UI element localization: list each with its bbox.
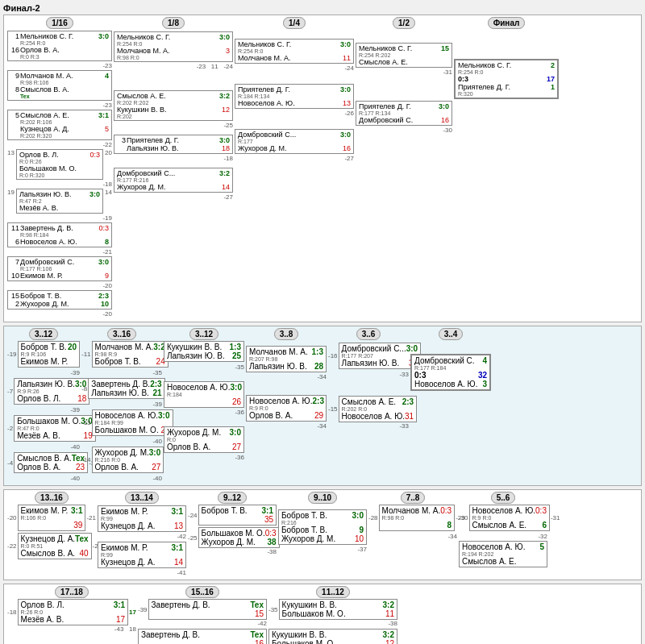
mid-col-3-12a: -19 Бобров Т. В.20 R:9 R:106 Екимов М. Р…	[7, 341, 80, 482]
rnd-3-4: 3..4	[439, 328, 464, 340]
round-1-4: 1/4	[283, 17, 306, 29]
mid-match-novos3: Новоселов А. Ю.2:3 R:9 R:0 Орлов В. А.29	[246, 395, 327, 422]
mid-match-kukushkin: Кукушкин В. В.1:3 Лапьязин Ю. В.25	[164, 341, 244, 362]
rnd-15-16: 15..16	[185, 586, 219, 598]
bot-bolsh2: Большаков М. О.0:3 Жухоров Д. М.38	[198, 527, 280, 548]
bot2-zaverten2: Завертень Д. В.Tex 15	[148, 599, 267, 620]
mid-match-smyslov2: Смыслов В. А.Tex Орлов В. А.23	[14, 452, 88, 473]
bot-molch3: Молчанов М. А.0:3 R:98 R:0 8	[379, 505, 456, 531]
rnd-3-12b: 3..12	[189, 328, 218, 340]
match-18-smyslov: Смыслов А. Е.3:2 R:202 R:202 Кукушкин В.…	[114, 90, 233, 121]
round-1-2: 1/2	[393, 17, 415, 29]
col-1-2: Мельников С. Г.15 R:254 R:202 Смыслов А.…	[356, 30, 452, 134]
mid-col-3-6: -16 Домбровский С...3:0 R:177 R:207 Лапь…	[328, 341, 409, 430]
match-14-mel-smy: Мельников С. Г.3:0 R:254 R:0 Молчанов М.…	[235, 39, 354, 64]
mid-col-3-12b: Кукушкин В. В.1:3 Лапьязин Ю. В.25 -35 Н…	[164, 341, 244, 461]
bot-novos4: Новоселов А. Ю.0:3 R:9 R:0 Смыслов А. Е.…	[469, 505, 550, 531]
col-1-16: 1Мельников С. Г.3:0 R:254 R:0 16Орлов В.…	[7, 30, 112, 318]
mid-match-zaverten: Завертень Д. В.2:3 Лапьязин Ю. В.21	[88, 378, 164, 399]
col-final: Мельников С. Г.2 R:254 R:0 0:317 Приятел…	[454, 30, 559, 100]
bot-bobrov3: Бобров Т. В.3:0 R:216 Бобров Т. В.9 Жухо…	[278, 509, 367, 545]
top-bracket: 1/16 1/8 1/4 1/2 Финал 1Мельников С. Г.3…	[3, 15, 642, 322]
match-9-8: 9Молчанов М. А.4 R:98 R:106 8Смыслов В. …	[7, 70, 112, 101]
main-container: Финал-2 1/16 1/8 1/4 1/2 Финал	[0, 0, 645, 644]
mid-col-3-4: Домбровский С.4 R:177 R:184 0:332 Новосе…	[410, 341, 491, 392]
bottom-bracket-1: 13..16 13..14 9..12 9..10 7..8 5..6 -20 …	[3, 489, 642, 580]
match-18-dombr: Домбровский С...3:2 R:177 R:216 Жухоров …	[114, 168, 233, 193]
rnd-13-16: 13..16	[35, 492, 69, 504]
match-11-6: 11Завертень Д. В.0:3 R:98 R:184 6Новосел…	[7, 222, 112, 247]
col-1-4: Мельников С. Г.3:0 R:254 R:0 Молчанов М.…	[235, 30, 354, 162]
rnd-9-10: 9..10	[308, 492, 337, 504]
rnd-13-14: 13..14	[125, 492, 159, 504]
mid-match-zhukh2: Жухоров Д. М.3:0 R:0 Орлов В. А.27	[164, 426, 244, 453]
match-18-priat: 3Приятелев Д. Г.3:0 Лапьязин Ю. В.18	[114, 135, 233, 154]
middle-bracket: 3..12 3..16 3..12 3..8 3..6 3..4 -19 Боб…	[3, 326, 642, 486]
mid-match-novos2: Новоселов А. Ю.3:0 R:184 26	[164, 381, 244, 408]
match-5-12: 5Смыслов А. Е.3:1 R:202 R:106 Кузнецов А…	[7, 110, 112, 140]
mid-match-molch2: Молчанов М. А.1:3 R:207 R:98 Лапьязин Ю.…	[246, 346, 327, 372]
bot1-col-13-16: -20 Екимов М. Р.3:1 R:106 R:0 39 -21 -22…	[7, 505, 96, 561]
mid-match-lapyazin: Лапьязин Ю. В.3:0 R:9 R:26 Орлов В. Л.18	[14, 378, 89, 405]
mid-match-dombr2: Домбровский С...3:0 R:177 R:207 Лапьязин…	[339, 343, 422, 369]
rnd-3-6: 3..6	[356, 328, 381, 340]
mid-match-zukhor: Жухоров Д. М.3:0 R:216 R:0 Орлов В. А.27	[92, 447, 164, 473]
mid-col-3-8: Молчанов М. А.1:3 R:207 R:98 Лапьязин Ю.…	[246, 341, 327, 430]
mid-match-molch: Молчанов М. А.3:2 R:98 R:9 Бобров Т. В.2…	[92, 341, 169, 368]
page-title: Финал-2	[3, 3, 642, 13]
rnd-3-16: 3..16	[107, 328, 136, 340]
bot2-kukushkin2: Кукушкин В. В.3:2 Большаков М. О.11	[279, 599, 397, 620]
bot1-col-13-14: Екимов М. Р.3:1 R:99 Кузнецов Д. А.13 -4…	[98, 505, 186, 576]
bot1-col-9-10: Бобров Т. В.3:0 R:216 Бобров Т. В.9 Жухо…	[278, 505, 367, 553]
round-final: Финал	[488, 17, 526, 29]
bot1-col-5-6: -30 Новоселов А. Ю.0:3 R:9 R:0 Смыслов А…	[459, 505, 547, 568]
mid-match-bobrov: Бобров Т. В.20 R:9 R:106 Екимов М. Р.	[18, 341, 80, 368]
rnd-3-12a: 3..12	[29, 328, 58, 340]
bot2-col-11-12: -35 Кукушкин В. В.3:2 Большаков М. О.11 …	[268, 599, 397, 644]
bot-ekimov2: Екимов М. Р.3:1 R:99 Кузнецов Д. А.13	[98, 505, 186, 532]
bot2-zaverten3: Завертень Д. В.Tex 16	[138, 629, 267, 644]
mid-col-3-16: -11 Молчанов М. А.3:2 R:98 R:9 Бобров Т.…	[81, 341, 162, 482]
rnd-17-18: 17..18	[55, 586, 89, 598]
rnd-5-6: 5..6	[491, 492, 516, 504]
bot1-col-9-12: -24 Бобров Т. В.3:1 35 -25 Большаков М. …	[188, 505, 277, 555]
match-14-prd: Приятелев Д. Г.3:0 R:184 R:134 Новоселов…	[235, 84, 354, 109]
match-19-14: Лапьязин Ю. В.3:0 R:47 R:2 Мезёв А. В.	[16, 189, 103, 214]
rnd-9-12: 9..12	[218, 492, 247, 504]
match-12-pri: Приятелев Д. Г.3:0 R:177 R:134 Домбровск…	[356, 101, 452, 126]
rnd-7-8: 7..8	[401, 492, 426, 504]
rnd-3-8: 3..8	[274, 328, 299, 340]
bot2-orlov: Орлов В. Л.3:1 R:26 R:0 Мезёв А. В.17	[18, 599, 129, 625]
bot2-kukushkin3: Кукушкин В. В.3:2 Большаков М. О.12	[268, 629, 397, 644]
round-1-8: 1/8	[162, 17, 185, 29]
bot-novos5: Новоселов А. Ю.5 R:194 R:202 Смыслов А. …	[459, 541, 547, 567]
rnd-11-12: 11..12	[316, 586, 350, 598]
round-1-16: 1/16	[46, 17, 73, 29]
mid-final: Домбровский С.4 R:177 R:184 0:332 Новосе…	[410, 354, 491, 391]
match-18-melnikov: Мельников С. Г.3:0 R:254 R:0 Молчанов М.…	[114, 31, 233, 62]
bot2-col-17-18: -18 Орлов В. Л.3:1 R:26 R:0 Мезёв А. В.1…	[7, 599, 136, 634]
match-15-2: 15Бобров Т. В.2:3 2Жухоров Д. М.10	[7, 290, 112, 310]
match-7-10: 7Домбровский С.3:0 R:177 R:106 10Екимов …	[7, 256, 112, 281]
mid-match-smyslov3: Смыслов А. Е.2:3 R:202 R:0 Новоселов А. …	[339, 396, 418, 422]
mid-match-noves: Новоселов А. Ю.3:0 R:184 R:99 Большаков …	[92, 409, 173, 436]
bot-ekimov: Екимов М. Р.3:1 R:106 R:0 39	[18, 505, 86, 531]
bot-ekimov3: Екимов М. Р.3:1 R:99 Кузнецов Д. А.14	[98, 542, 186, 568]
match-12-mel: Мельников С. Г.15 R:254 R:202 Смыслов А.…	[356, 43, 452, 68]
match-1-16: 1Мельников С. Г.3:0 R:254 R:0 16Орлов В.…	[7, 31, 112, 61]
bottom-bracket-2: 17..18 15..16 11..12 -18 Орлов В. Л.3:1 …	[3, 584, 642, 644]
bot-kuznetsov: Кузнецов Д. А.Tex R:0 R:51 Смыслов В. А.…	[18, 533, 92, 559]
match-final: Мельников С. Г.2 R:254 R:0 0:317 Приятел…	[454, 59, 559, 99]
match-13-20: Орлов В. Л.0:3 R:0 R:26 Большаков М. О. …	[16, 149, 103, 180]
match-14-dom: Домбровский С...3:0 R:177 Жухоров Д. М.1…	[235, 129, 354, 154]
bot2-col-15-16: -39 Завертень Д. В.Tex 15 -42 Завертень …	[138, 599, 267, 644]
bot-bobrov2: Бобров Т. В.3:1 35	[198, 505, 277, 526]
bot1-col-7-8: -28 Молчанов М. А.0:3 R:98 R:0 8 -29 -34	[368, 505, 457, 542]
col-1-8: Мельников С. Г.3:0 R:254 R:0 Молчанов М.…	[114, 30, 233, 201]
